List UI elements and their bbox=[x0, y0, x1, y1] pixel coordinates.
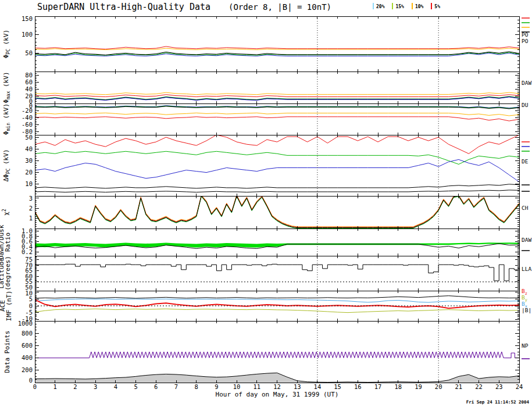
ytick-label: 1000 bbox=[18, 320, 33, 327]
legend-swatch-15 bbox=[392, 3, 393, 9]
superdarn-plot: 50100150ΦPC​ (kV)POPO020406080Φmax​ (kV)… bbox=[0, 0, 532, 407]
xtick-label: 11 bbox=[253, 383, 260, 390]
ytick-label: 0 bbox=[29, 302, 33, 309]
xtick-label: 15 bbox=[334, 383, 341, 390]
ytick-label: 20 bbox=[25, 169, 33, 176]
ylabel-ratio: Ratio bbox=[4, 233, 12, 252]
series-pot_black bbox=[35, 52, 519, 55]
ytick-label: 50 bbox=[25, 134, 33, 141]
legend-item: 20% bbox=[373, 3, 384, 9]
right-label-chi2: CH bbox=[522, 205, 529, 211]
x-axis-title: Hour of day on May, 31 1999 (UT) bbox=[35, 391, 519, 398]
ytick-label: -60 bbox=[22, 121, 33, 128]
page-subtitle: (Order 8, |B| = 10nT) bbox=[228, 2, 331, 12]
ylabel-latitude: (degrees) bbox=[4, 256, 12, 291]
xtick-label: 24 bbox=[516, 383, 523, 390]
right-label-latitude: LLA bbox=[522, 266, 531, 272]
right-label-dphi_pc: DE bbox=[522, 158, 529, 165]
ytick-label: 400 bbox=[22, 354, 33, 361]
xtick-label: 6 bbox=[154, 383, 158, 390]
xtick-label: 21 bbox=[455, 383, 463, 390]
ytick-label: 20 bbox=[25, 92, 33, 99]
series-chi_red bbox=[35, 195, 519, 227]
xtick-label: 18 bbox=[394, 383, 402, 390]
series-imf_by bbox=[35, 309, 519, 312]
xtick-label: 9 bbox=[215, 383, 218, 390]
ytick-label: 10 bbox=[25, 180, 33, 187]
ytick-label: 40 bbox=[25, 145, 33, 152]
ytick-label: 150 bbox=[22, 15, 33, 22]
series-del_black2 bbox=[35, 190, 519, 192]
series-imf_bz bbox=[35, 299, 519, 308]
series-del_green bbox=[35, 151, 519, 164]
series-del_blue bbox=[35, 159, 519, 181]
xtick-label: 16 bbox=[354, 383, 362, 390]
ytick-label: 100 bbox=[22, 31, 33, 38]
right-label-phi_max: DAW bbox=[522, 80, 531, 86]
series-chi_orange bbox=[35, 195, 519, 227]
series-chi_black bbox=[35, 196, 519, 228]
series-imf_bmag bbox=[35, 296, 519, 298]
series-max_red bbox=[35, 95, 519, 97]
percent-legend: 20% 15% 10% 5% bbox=[373, 3, 440, 9]
ylabel-ace_imf: IMF (nT) bbox=[5, 291, 13, 322]
xtick-label: 20 bbox=[435, 383, 442, 390]
ytick-label: 1.0 bbox=[22, 227, 33, 234]
panel-dphi_pc bbox=[35, 135, 519, 196]
ylabel-data_points: Data Points bbox=[3, 331, 11, 373]
xtick-label: 10 bbox=[233, 383, 241, 390]
ytick-label: 1 bbox=[29, 215, 33, 222]
panel-phi_pc bbox=[35, 16, 519, 72]
panel-latitude bbox=[35, 256, 519, 291]
chart-svg: 50100150ΦPC​ (kV)POPO020406080Φmax​ (kV)… bbox=[0, 0, 532, 407]
panel-ratio bbox=[35, 229, 519, 256]
xtick-label: 2 bbox=[73, 383, 77, 390]
legend-label: 5% bbox=[434, 3, 440, 9]
series-pot_red bbox=[35, 47, 519, 49]
series-chi_green bbox=[35, 197, 519, 229]
right-label-data_points: NP bbox=[522, 342, 529, 349]
ytick-label: 2 bbox=[29, 205, 33, 212]
ytick-label: 40 bbox=[25, 85, 33, 92]
legend-label: 15% bbox=[395, 3, 404, 9]
xtick-label: 19 bbox=[415, 383, 422, 390]
xtick-label: 1 bbox=[53, 383, 57, 390]
series-max_orange bbox=[35, 92, 519, 95]
legend-label: 20% bbox=[376, 3, 384, 9]
ytick-label: 0 bbox=[29, 102, 33, 109]
ytick-label: 0 bbox=[29, 377, 33, 384]
panel-chi2 bbox=[35, 196, 519, 229]
ytick-label: -5 bbox=[25, 309, 33, 316]
xtick-label: 17 bbox=[374, 383, 382, 390]
ytick-label: 800 bbox=[22, 330, 33, 337]
right-label-ratio: DAW bbox=[522, 237, 531, 243]
legend-swatch-5 bbox=[431, 3, 432, 9]
xtick-label: 23 bbox=[495, 383, 503, 390]
panel-phi_min bbox=[35, 103, 519, 135]
xtick-label: 3 bbox=[94, 383, 97, 390]
page-title: SuperDARN Ultra-High-Quality Data bbox=[37, 2, 210, 12]
right-label-ace_imf: |B| bbox=[522, 307, 531, 313]
xtick-label: 12 bbox=[273, 383, 281, 390]
series-del_red bbox=[35, 135, 519, 153]
legend-item: 15% bbox=[392, 3, 404, 9]
plot-timestamp: Fri Sep 24 11:14:52 2004 bbox=[459, 399, 529, 405]
legend-label: 10% bbox=[415, 3, 423, 9]
legend-item: 5% bbox=[431, 3, 440, 9]
ylabel-chi2: χ2 bbox=[2, 209, 10, 216]
ytick-label: 80 bbox=[25, 72, 33, 78]
series-min_red bbox=[35, 117, 519, 121]
ytick-label: 3 bbox=[29, 195, 33, 202]
xtick-label: 14 bbox=[314, 383, 322, 390]
legend-swatch-20 bbox=[373, 3, 374, 9]
legend-swatch-10 bbox=[412, 3, 413, 9]
series-lat_black bbox=[35, 264, 519, 281]
xtick-label: 5 bbox=[134, 383, 137, 390]
xtick-label: 0 bbox=[33, 383, 37, 390]
ytick-label: -40 bbox=[22, 114, 33, 121]
ylabel-phi_min: Φmin​ (kV) bbox=[2, 103, 11, 135]
legend-item: 10% bbox=[412, 3, 423, 9]
series-min_orange bbox=[35, 113, 519, 116]
ytick-label: 75 bbox=[25, 256, 33, 263]
ytick-label: 60 bbox=[25, 78, 33, 85]
